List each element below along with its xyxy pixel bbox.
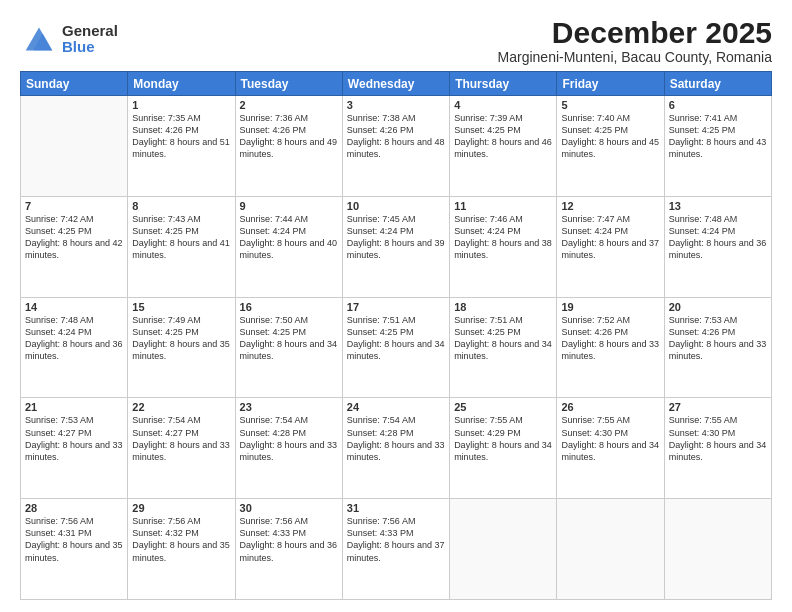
day-detail: Sunrise: 7:50 AMSunset: 4:25 PMDaylight:… <box>240 315 338 361</box>
calendar-cell <box>664 499 771 600</box>
calendar-cell: 15 Sunrise: 7:49 AMSunset: 4:25 PMDaylig… <box>128 297 235 398</box>
logo-icon <box>20 20 58 58</box>
day-number: 16 <box>240 301 338 313</box>
day-detail: Sunrise: 7:48 AMSunset: 4:24 PMDaylight:… <box>669 214 767 260</box>
day-number: 9 <box>240 200 338 212</box>
day-detail: Sunrise: 7:55 AMSunset: 4:29 PMDaylight:… <box>454 415 552 461</box>
day-detail: Sunrise: 7:42 AMSunset: 4:25 PMDaylight:… <box>25 214 123 260</box>
day-detail: Sunrise: 7:49 AMSunset: 4:25 PMDaylight:… <box>132 315 230 361</box>
calendar-cell: 11 Sunrise: 7:46 AMSunset: 4:24 PMDaylig… <box>450 196 557 297</box>
calendar-cell: 31 Sunrise: 7:56 AMSunset: 4:33 PMDaylig… <box>342 499 449 600</box>
day-number: 11 <box>454 200 552 212</box>
day-number: 24 <box>347 401 445 413</box>
logo-text: General Blue <box>62 23 118 56</box>
calendar-cell: 4 Sunrise: 7:39 AMSunset: 4:25 PMDayligh… <box>450 96 557 197</box>
calendar-cell: 24 Sunrise: 7:54 AMSunset: 4:28 PMDaylig… <box>342 398 449 499</box>
calendar-cell: 28 Sunrise: 7:56 AMSunset: 4:31 PMDaylig… <box>21 499 128 600</box>
calendar-cell: 30 Sunrise: 7:56 AMSunset: 4:33 PMDaylig… <box>235 499 342 600</box>
weekday-header-friday: Friday <box>557 72 664 96</box>
day-detail: Sunrise: 7:56 AMSunset: 4:33 PMDaylight:… <box>347 516 445 562</box>
calendar-cell: 29 Sunrise: 7:56 AMSunset: 4:32 PMDaylig… <box>128 499 235 600</box>
day-number: 1 <box>132 99 230 111</box>
day-detail: Sunrise: 7:43 AMSunset: 4:25 PMDaylight:… <box>132 214 230 260</box>
calendar-cell: 26 Sunrise: 7:55 AMSunset: 4:30 PMDaylig… <box>557 398 664 499</box>
logo: General Blue <box>20 20 118 58</box>
calendar-cell: 19 Sunrise: 7:52 AMSunset: 4:26 PMDaylig… <box>557 297 664 398</box>
calendar-cell <box>21 96 128 197</box>
day-number: 6 <box>669 99 767 111</box>
title-block: December 2025 Margineni-Munteni, Bacau C… <box>498 16 772 65</box>
day-detail: Sunrise: 7:51 AMSunset: 4:25 PMDaylight:… <box>347 315 445 361</box>
day-detail: Sunrise: 7:38 AMSunset: 4:26 PMDaylight:… <box>347 113 445 159</box>
day-detail: Sunrise: 7:35 AMSunset: 4:26 PMDaylight:… <box>132 113 230 159</box>
day-detail: Sunrise: 7:55 AMSunset: 4:30 PMDaylight:… <box>669 415 767 461</box>
day-detail: Sunrise: 7:53 AMSunset: 4:27 PMDaylight:… <box>25 415 123 461</box>
calendar-cell: 12 Sunrise: 7:47 AMSunset: 4:24 PMDaylig… <box>557 196 664 297</box>
day-number: 5 <box>561 99 659 111</box>
weekday-header-row: SundayMondayTuesdayWednesdayThursdayFrid… <box>21 72 772 96</box>
day-number: 10 <box>347 200 445 212</box>
week-row-0: 1 Sunrise: 7:35 AMSunset: 4:26 PMDayligh… <box>21 96 772 197</box>
calendar-cell: 8 Sunrise: 7:43 AMSunset: 4:25 PMDayligh… <box>128 196 235 297</box>
day-number: 17 <box>347 301 445 313</box>
calendar-cell: 20 Sunrise: 7:53 AMSunset: 4:26 PMDaylig… <box>664 297 771 398</box>
day-detail: Sunrise: 7:56 AMSunset: 4:33 PMDaylight:… <box>240 516 338 562</box>
page: General Blue December 2025 Margineni-Mun… <box>0 0 792 612</box>
weekday-header-thursday: Thursday <box>450 72 557 96</box>
week-row-4: 28 Sunrise: 7:56 AMSunset: 4:31 PMDaylig… <box>21 499 772 600</box>
calendar-cell: 6 Sunrise: 7:41 AMSunset: 4:25 PMDayligh… <box>664 96 771 197</box>
calendar-table: SundayMondayTuesdayWednesdayThursdayFrid… <box>20 71 772 600</box>
day-number: 18 <box>454 301 552 313</box>
subtitle: Margineni-Munteni, Bacau County, Romania <box>498 49 772 65</box>
day-number: 7 <box>25 200 123 212</box>
day-number: 30 <box>240 502 338 514</box>
day-number: 13 <box>669 200 767 212</box>
calendar-cell: 10 Sunrise: 7:45 AMSunset: 4:24 PMDaylig… <box>342 196 449 297</box>
day-detail: Sunrise: 7:52 AMSunset: 4:26 PMDaylight:… <box>561 315 659 361</box>
day-number: 2 <box>240 99 338 111</box>
logo-general-text: General <box>62 23 118 40</box>
day-detail: Sunrise: 7:54 AMSunset: 4:27 PMDaylight:… <box>132 415 230 461</box>
day-number: 4 <box>454 99 552 111</box>
day-number: 25 <box>454 401 552 413</box>
calendar-cell: 17 Sunrise: 7:51 AMSunset: 4:25 PMDaylig… <box>342 297 449 398</box>
week-row-2: 14 Sunrise: 7:48 AMSunset: 4:24 PMDaylig… <box>21 297 772 398</box>
calendar-cell: 21 Sunrise: 7:53 AMSunset: 4:27 PMDaylig… <box>21 398 128 499</box>
day-detail: Sunrise: 7:45 AMSunset: 4:24 PMDaylight:… <box>347 214 445 260</box>
calendar-cell: 9 Sunrise: 7:44 AMSunset: 4:24 PMDayligh… <box>235 196 342 297</box>
calendar-cell: 2 Sunrise: 7:36 AMSunset: 4:26 PMDayligh… <box>235 96 342 197</box>
calendar-cell: 14 Sunrise: 7:48 AMSunset: 4:24 PMDaylig… <box>21 297 128 398</box>
calendar-cell: 13 Sunrise: 7:48 AMSunset: 4:24 PMDaylig… <box>664 196 771 297</box>
day-number: 26 <box>561 401 659 413</box>
calendar-cell <box>450 499 557 600</box>
day-number: 19 <box>561 301 659 313</box>
week-row-3: 21 Sunrise: 7:53 AMSunset: 4:27 PMDaylig… <box>21 398 772 499</box>
day-number: 27 <box>669 401 767 413</box>
weekday-header-monday: Monday <box>128 72 235 96</box>
day-number: 28 <box>25 502 123 514</box>
day-number: 20 <box>669 301 767 313</box>
day-number: 23 <box>240 401 338 413</box>
day-number: 22 <box>132 401 230 413</box>
day-number: 21 <box>25 401 123 413</box>
calendar-cell: 27 Sunrise: 7:55 AMSunset: 4:30 PMDaylig… <box>664 398 771 499</box>
day-detail: Sunrise: 7:56 AMSunset: 4:32 PMDaylight:… <box>132 516 230 562</box>
day-number: 12 <box>561 200 659 212</box>
calendar-cell: 25 Sunrise: 7:55 AMSunset: 4:29 PMDaylig… <box>450 398 557 499</box>
day-detail: Sunrise: 7:36 AMSunset: 4:26 PMDaylight:… <box>240 113 338 159</box>
week-row-1: 7 Sunrise: 7:42 AMSunset: 4:25 PMDayligh… <box>21 196 772 297</box>
day-detail: Sunrise: 7:41 AMSunset: 4:25 PMDaylight:… <box>669 113 767 159</box>
calendar-cell: 23 Sunrise: 7:54 AMSunset: 4:28 PMDaylig… <box>235 398 342 499</box>
weekday-header-saturday: Saturday <box>664 72 771 96</box>
day-number: 3 <box>347 99 445 111</box>
day-detail: Sunrise: 7:46 AMSunset: 4:24 PMDaylight:… <box>454 214 552 260</box>
calendar-cell: 7 Sunrise: 7:42 AMSunset: 4:25 PMDayligh… <box>21 196 128 297</box>
calendar-cell: 22 Sunrise: 7:54 AMSunset: 4:27 PMDaylig… <box>128 398 235 499</box>
day-number: 29 <box>132 502 230 514</box>
day-detail: Sunrise: 7:56 AMSunset: 4:31 PMDaylight:… <box>25 516 123 562</box>
day-detail: Sunrise: 7:39 AMSunset: 4:25 PMDaylight:… <box>454 113 552 159</box>
calendar-cell: 5 Sunrise: 7:40 AMSunset: 4:25 PMDayligh… <box>557 96 664 197</box>
calendar-cell: 3 Sunrise: 7:38 AMSunset: 4:26 PMDayligh… <box>342 96 449 197</box>
day-detail: Sunrise: 7:51 AMSunset: 4:25 PMDaylight:… <box>454 315 552 361</box>
weekday-header-tuesday: Tuesday <box>235 72 342 96</box>
